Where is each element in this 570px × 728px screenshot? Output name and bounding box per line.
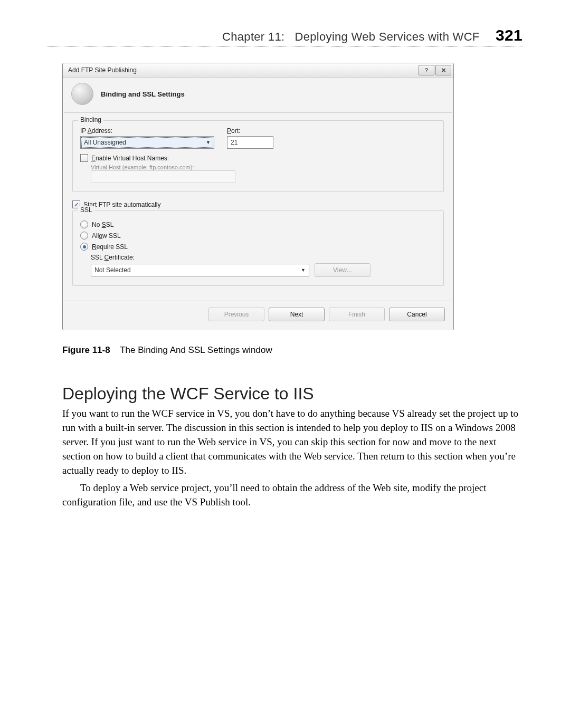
start-ftp-auto-label: Start FTP site automatically — [83, 201, 161, 208]
page-number: 321 — [496, 26, 522, 44]
vhost-input — [91, 170, 235, 183]
no-ssl-label: No SSL — [92, 221, 113, 228]
wizard-heading: Binding and SSL Settings — [101, 90, 185, 98]
port-label: Port: — [227, 127, 273, 135]
binding-legend: Binding — [78, 116, 103, 123]
wizard-icon — [71, 83, 93, 105]
cancel-button[interactable]: Cancel — [389, 308, 445, 321]
finish-button: Finish — [329, 308, 385, 321]
ssl-cert-dropdown[interactable]: Not Selected ▼ — [91, 264, 309, 276]
section-heading: Deploying the WCF Service to IIS — [62, 384, 522, 404]
chapter-label: Chapter 11: — [222, 30, 284, 43]
ssl-legend: SSL — [78, 206, 94, 214]
body-paragraph-2: To deploy a Web service project, you’ll … — [62, 481, 522, 510]
require-ssl-label: Require SSL — [92, 243, 128, 251]
figure-text: The Binding And SSL Settings window — [120, 345, 272, 355]
running-header: Chapter 11: Deploying Web Services with … — [48, 26, 522, 47]
help-icon[interactable]: ? — [419, 65, 434, 75]
ip-address-label: IP Address: — [80, 127, 214, 135]
enable-vhost-checkbox[interactable] — [80, 154, 88, 162]
previous-button: Previous — [208, 308, 264, 321]
next-button[interactable]: Next — [269, 308, 325, 321]
window-title: Add FTP Site Publishing — [68, 66, 137, 74]
port-input[interactable]: 21 — [227, 136, 273, 149]
close-icon[interactable]: ✕ — [435, 65, 451, 75]
ssl-cert-value: Not Selected — [94, 266, 131, 274]
no-ssl-radio[interactable] — [80, 221, 88, 228]
ip-address-dropdown[interactable]: All Unassigned ▼ — [80, 136, 214, 149]
figure-label: Figure 11-8 — [62, 345, 110, 355]
titlebar: Add FTP Site Publishing ? ✕ — [63, 63, 453, 78]
ssl-cert-label: SSL Certificate: — [91, 254, 135, 261]
figure-caption: Figure 11-8 The Binding And SSL Settings… — [62, 345, 522, 356]
allow-ssl-label: Allow SSL — [92, 232, 121, 240]
chapter-title: Deploying Web Services with WCF — [295, 30, 480, 43]
chevron-down-icon: ▼ — [206, 140, 211, 145]
chevron-down-icon: ▼ — [301, 267, 306, 273]
body-paragraph-1: If you want to run the WCF service in VS… — [62, 407, 522, 478]
require-ssl-radio[interactable] — [80, 243, 88, 251]
enable-vhost-label: Enable Virtual Host Names: — [91, 155, 169, 162]
vhost-hint: Virtual Host (example: ftp.contoso.com): — [91, 164, 436, 170]
binding-group: Binding IP Address: All Unassigned ▼ Por… — [72, 120, 444, 192]
allow-ssl-radio[interactable] — [80, 232, 88, 240]
ip-address-value: All Unassigned — [84, 139, 126, 146]
dialog-add-ftp-site: Add FTP Site Publishing ? ✕ Binding and … — [62, 63, 454, 330]
view-cert-button: View... — [315, 263, 370, 277]
ssl-group: SSL No SSL Allow SSL Require SSL SSL — [72, 210, 444, 286]
